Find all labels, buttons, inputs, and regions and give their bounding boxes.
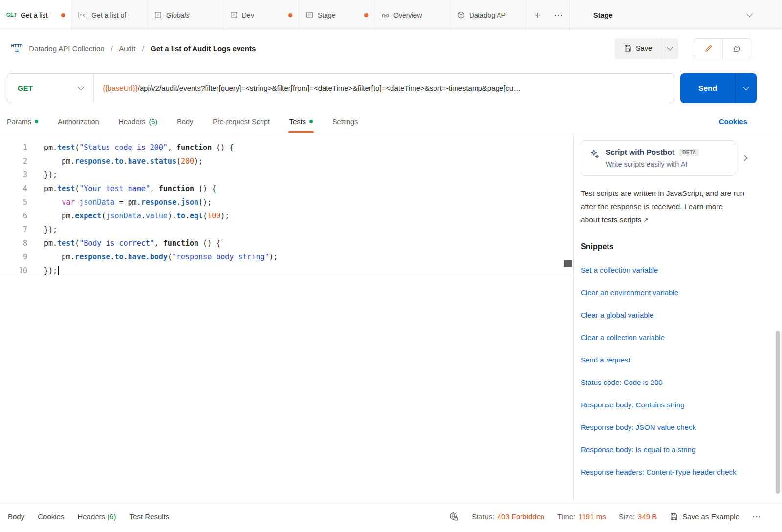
snippet-link[interactable]: Clear an environment variable — [581, 288, 751, 298]
unsaved-dot — [364, 13, 368, 17]
method-dropdown[interactable]: GET — [7, 74, 93, 103]
sidebar-scrollbar[interactable] — [776, 331, 780, 494]
snippet-link[interactable]: Clear a collection variable — [581, 333, 751, 342]
tab-options-button[interactable]: ⋯ — [548, 0, 569, 30]
code-line[interactable]: 1pm.test("Status code is 200", function … — [0, 141, 573, 154]
line-number: 1 — [0, 141, 27, 154]
line-number: 6 — [0, 209, 27, 223]
comment-button[interactable] — [722, 39, 751, 59]
tab-params[interactable]: Params — [7, 110, 38, 133]
environment-icon — [230, 11, 238, 19]
response-cookies-toggle[interactable]: Cookies — [38, 512, 64, 521]
line-number: 3 — [0, 168, 27, 182]
tests-pane: 1pm.test("Status code is 200", function … — [0, 133, 782, 501]
code-line[interactable]: 7}); — [0, 223, 573, 236]
tab-settings[interactable]: Settings — [332, 110, 358, 133]
line-number: 4 — [0, 182, 27, 195]
response-body-toggle[interactable]: Body — [8, 512, 24, 521]
has-content-dot — [309, 120, 313, 123]
more-icon[interactable]: ⋯ — [752, 511, 761, 522]
response-size: Size: 349 B — [619, 512, 657, 521]
tab-datadog-api[interactable]: Datadog AP — [451, 0, 526, 30]
pencil-icon — [704, 44, 713, 53]
request-title[interactable]: Get a list of Audit Logs events — [151, 44, 256, 53]
scrollbar-cursor-marker[interactable] — [564, 260, 572, 267]
code-line[interactable]: 8pm.test("Body is correct", function () … — [0, 236, 573, 250]
snippets-heading: Snippets — [581, 242, 782, 251]
environment-icon — [154, 11, 162, 19]
network-icon[interactable] — [449, 511, 459, 522]
snippet-link[interactable]: Status code: Code is 200 — [581, 378, 751, 387]
tests-description: Test scripts are written in JavaScript, … — [581, 187, 752, 227]
save-button[interactable]: Save — [615, 44, 661, 52]
test-results-toggle[interactable]: Test Results — [130, 512, 170, 521]
chevron-down-icon — [743, 84, 749, 90]
send-button-group: Send — [680, 73, 757, 103]
snippet-link[interactable]: Send a request — [581, 355, 751, 365]
code-line[interactable]: 3}); — [0, 168, 573, 182]
request-tabs: Params Authorization Headers (6) Body Pr… — [0, 110, 782, 133]
edit-button[interactable] — [694, 39, 722, 59]
send-options-button[interactable] — [735, 73, 757, 103]
url-input[interactable]: {{baseUrl}}/api/v2/audit/events?filter[q… — [94, 84, 674, 92]
tab-bar: GET Get a list e.g. Get a list of Global… — [0, 0, 782, 30]
postbot-title: Script with Postbot — [606, 148, 674, 157]
tab-get-a-list[interactable]: GET Get a list — [0, 0, 72, 30]
headers-count: (6) — [149, 118, 157, 126]
snippet-link[interactable]: Response body: Is equal to a string — [581, 445, 751, 455]
chevron-down-icon — [746, 11, 753, 17]
save-as-example-button[interactable]: Save as Example — [670, 512, 739, 521]
beta-badge: BETA — [679, 149, 699, 156]
snippet-link[interactable]: Set a collection variable — [581, 265, 751, 275]
snippet-link[interactable]: Response headers: Content-Type header ch… — [581, 468, 751, 477]
snippet-link[interactable]: Clear a global variable — [581, 310, 751, 320]
code-line[interactable]: 10}); — [0, 264, 573, 277]
tab-dev[interactable]: Dev — [223, 0, 299, 30]
response-headers-toggle[interactable]: Headers (6) — [77, 512, 116, 521]
save-icon — [670, 512, 678, 521]
tab-stage[interactable]: Stage — [299, 0, 375, 30]
new-tab-button[interactable]: + — [526, 0, 548, 30]
external-link-icon: ↗ — [643, 216, 649, 224]
url-variable: {{baseUrl}} — [103, 84, 138, 92]
code-line[interactable]: 2 pm.response.to.have.status(200); — [0, 154, 573, 168]
tab-body[interactable]: Body — [177, 110, 193, 133]
code-line[interactable]: 4pm.test("Your test name", function () { — [0, 182, 573, 195]
breadcrumb-collection[interactable]: Datadog API Collection — [29, 44, 104, 53]
breadcrumb-folder[interactable]: Audit — [119, 44, 135, 53]
snippet-link[interactable]: Response body: Contains string — [581, 400, 751, 410]
tests-scripts-link[interactable]: tests scripts — [602, 215, 642, 224]
line-number: 9 — [0, 250, 27, 264]
code-line[interactable]: 9 pm.response.to.have.body("response_bod… — [0, 250, 573, 264]
plus-icon: + — [534, 9, 540, 21]
request-header: HTTP ⇄ Datadog API Collection / Audit / … — [0, 30, 782, 66]
postbot-card[interactable]: Script with Postbot BETA Write scripts e… — [581, 140, 736, 176]
collection-icon — [457, 11, 465, 19]
tests-script-editor[interactable]: 1pm.test("Status code is 200", function … — [0, 133, 573, 501]
tab-example-get-a-list[interactable]: e.g. Get a list of — [72, 0, 148, 30]
snippets-list: Set a collection variableClear an enviro… — [581, 265, 782, 477]
tab-pre-request-script[interactable]: Pre-request Script — [213, 110, 270, 133]
save-options-button[interactable] — [661, 38, 678, 59]
tab-overview[interactable]: Overview — [375, 0, 451, 30]
environment-icon — [305, 11, 314, 19]
tab-headers[interactable]: Headers (6) — [119, 110, 158, 133]
sparkle-icon — [589, 149, 600, 160]
tests-sidebar: Script with Postbot BETA Write scripts e… — [573, 133, 782, 501]
send-button[interactable]: Send — [680, 73, 735, 103]
size-value: 349 B — [638, 512, 657, 521]
chevron-down-icon — [78, 84, 84, 90]
text-cursor — [58, 266, 59, 275]
environment-selector[interactable]: Stage — [569, 0, 782, 30]
overview-icon — [381, 11, 390, 19]
chevron-right-icon[interactable] — [741, 155, 748, 161]
code-line[interactable]: 6 pm.expect(jsonData.value).to.eql(100); — [0, 209, 573, 223]
tab-tests[interactable]: Tests — [289, 110, 313, 133]
tab-authorization[interactable]: Authorization — [58, 110, 99, 133]
tab-globals[interactable]: Globals — [148, 0, 223, 30]
code-line[interactable]: 5 var jsonData = pm.response.json(); — [0, 195, 573, 209]
snippet-link[interactable]: Response body: JSON value check — [581, 423, 751, 432]
chevron-down-icon — [667, 44, 673, 51]
response-status: Status: 403 Forbidden — [472, 512, 544, 521]
cookies-link[interactable]: Cookies — [719, 110, 747, 133]
